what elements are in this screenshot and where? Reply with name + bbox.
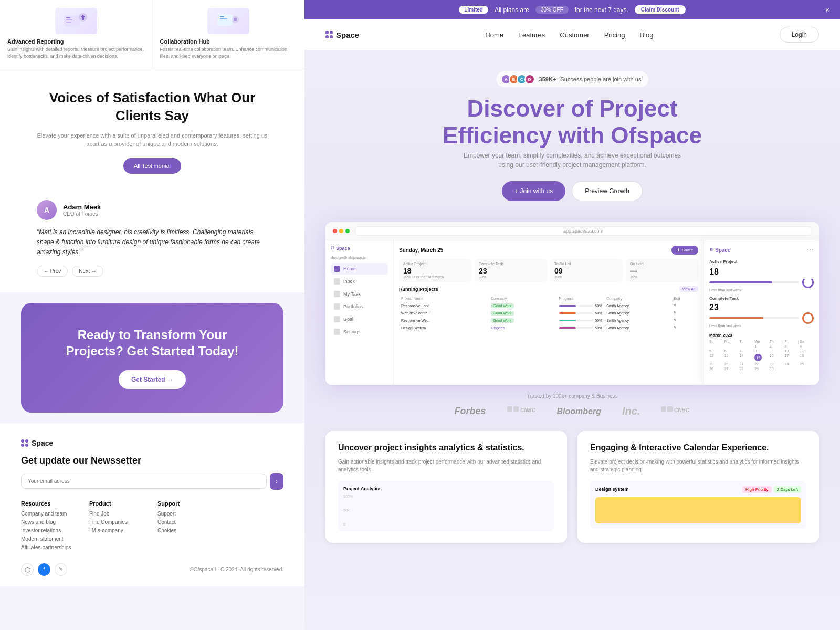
support-link-3[interactable]: Cookies bbox=[158, 528, 215, 533]
support-link-1[interactable]: Support bbox=[158, 511, 215, 517]
feature-card-analytics: Uncover project insights analytics & sta… bbox=[326, 431, 567, 543]
trusted-label: Trusted by 100k+ company & Business bbox=[326, 393, 819, 399]
claim-discount-button[interactable]: Claim Discount bbox=[635, 5, 686, 14]
stat-todo-value: 09 bbox=[554, 267, 618, 275]
next-button[interactable]: Next → bbox=[72, 266, 103, 277]
login-button[interactable]: Login bbox=[780, 27, 819, 43]
running-projects-label: Running Projects bbox=[399, 287, 438, 292]
prev-button[interactable]: ← Prev bbox=[37, 266, 68, 277]
trend-percent: 10% bbox=[403, 275, 411, 279]
cta-banner: Ready to Transform Your Projects? Get St… bbox=[21, 303, 284, 412]
twitter-icon[interactable]: 𝕏 bbox=[55, 563, 67, 576]
share-button[interactable]: ⬆ Share bbox=[671, 246, 698, 255]
support-link-2[interactable]: Contact bbox=[158, 519, 215, 525]
product-link-1[interactable]: Find Job bbox=[89, 511, 147, 517]
cal-d: 27 bbox=[724, 367, 739, 371]
cal-h-fr: Fr bbox=[785, 340, 799, 343]
project-name-3: Responsive We... bbox=[399, 317, 489, 324]
sidebar-user: design@ofspace.io bbox=[331, 255, 388, 260]
product-col-title: Product bbox=[89, 500, 147, 507]
right-panel-stat-2: 23 Less than last week bbox=[709, 303, 814, 328]
product-link-2[interactable]: Find Companies bbox=[89, 519, 147, 525]
announcement-bar: Limited All plans are 30% OFF for the ne… bbox=[304, 0, 840, 19]
project-company-2: Good Work bbox=[489, 309, 556, 317]
goal-icon bbox=[334, 316, 340, 322]
nav-link-features[interactable]: Features bbox=[518, 31, 545, 39]
hero: A B C D 359K+ Success people are join wi… bbox=[304, 50, 840, 212]
resources-link-5[interactable]: Affiliates partnerships bbox=[21, 544, 79, 550]
footer-col-resources: Resources Company and team News and blog… bbox=[21, 500, 79, 553]
nav-link-home[interactable]: Home bbox=[485, 31, 503, 39]
cal-h-tu: Tu bbox=[739, 340, 753, 343]
preview-growth-button[interactable]: Preview Growth bbox=[572, 181, 643, 201]
cal-d: 25 bbox=[800, 362, 814, 366]
illustration-box bbox=[55, 8, 97, 34]
nav-link-blog[interactable]: Blog bbox=[639, 31, 653, 39]
close-announcement-button[interactable]: × bbox=[825, 6, 830, 14]
project-edit-2[interactable]: ✎ bbox=[671, 309, 698, 317]
project-edit-1[interactable]: ✎ bbox=[671, 302, 698, 309]
sidebar-item-goal[interactable]: Goal bbox=[331, 313, 388, 325]
resources-link-3[interactable]: Investor relations bbox=[21, 528, 79, 533]
dashboard-sidebar: ⠿ Space design@ofspace.io Home Inbox My … bbox=[326, 240, 394, 385]
chart-y-labels: 100% 50k 0 bbox=[343, 495, 353, 526]
sidebar-item-settings[interactable]: Settings bbox=[331, 326, 388, 338]
col-company2: Company bbox=[604, 295, 671, 302]
logo-dots bbox=[21, 439, 28, 447]
window-controls bbox=[333, 229, 350, 233]
project-edit-3[interactable]: ✎ bbox=[671, 317, 698, 324]
sidebar-item-portfolios[interactable]: Portfolios bbox=[331, 301, 388, 312]
join-button[interactable]: + Join with us bbox=[502, 181, 565, 201]
social-icons: ◯ f 𝕏 bbox=[21, 563, 67, 576]
resources-col-title: Resources bbox=[21, 500, 79, 507]
sidebar-item-mytask[interactable]: My Task bbox=[331, 288, 388, 300]
newsletter-input-row: › bbox=[21, 473, 284, 490]
sidebar-brand: ⠿ Space bbox=[331, 246, 388, 251]
nav-link-customer[interactable]: Customer bbox=[560, 31, 589, 39]
right-panel-stat1-val: 18 bbox=[709, 267, 814, 277]
svg-rect-12 bbox=[661, 406, 666, 412]
svg-rect-3 bbox=[66, 22, 71, 23]
sidebar-item-home[interactable]: Home bbox=[331, 263, 388, 275]
facebook-icon[interactable]: f bbox=[38, 563, 50, 576]
project-name-4: Design System bbox=[399, 324, 489, 331]
resources-link-2[interactable]: News and blog bbox=[21, 519, 79, 525]
resources-link-4[interactable]: Modern statement bbox=[21, 536, 79, 542]
view-all-button[interactable]: View All bbox=[679, 286, 698, 292]
cal-d: 23 bbox=[770, 362, 784, 366]
right-panel-menu[interactable]: ⋯ bbox=[806, 246, 814, 254]
feature-analytics-desc: Gain actionable insights and track proje… bbox=[338, 458, 554, 474]
nav-link-pricing[interactable]: Pricing bbox=[604, 31, 625, 39]
resources-link-1[interactable]: Company and team bbox=[21, 511, 79, 517]
product-link-3[interactable]: I'M a company bbox=[89, 528, 147, 533]
cal-d bbox=[739, 344, 753, 348]
trusted-logo-cnbc1: CNBC bbox=[507, 406, 536, 417]
portfolios-icon bbox=[334, 303, 340, 310]
voices-subtitle: Elevate your experience with a suite of … bbox=[37, 131, 268, 149]
projects-table-body: Responsive Land... Good Work 50% Smith A… bbox=[399, 302, 698, 331]
get-started-button[interactable]: Get Started → bbox=[119, 370, 186, 389]
cal-d: 7 bbox=[739, 349, 753, 353]
right-panel-section-label-2: Complete Task bbox=[709, 296, 814, 301]
all-testimonial-button[interactable]: All Testimonial bbox=[123, 158, 181, 174]
newsletter-submit-button[interactable]: › bbox=[270, 473, 284, 490]
copyright: ©Ofspace LLC 2024. All rights reserved. bbox=[190, 566, 284, 572]
cal-h-we: We bbox=[754, 340, 769, 343]
sidebar-item-inbox[interactable]: Inbox bbox=[331, 276, 388, 287]
dashboard-preview: app.spaceaaa.com ⠿ Space design@ofspace.… bbox=[326, 222, 819, 385]
project-edit-4[interactable]: ✎ bbox=[671, 324, 698, 331]
sidebar-label-goal: Goal bbox=[343, 317, 353, 322]
col-progress: Progress bbox=[557, 295, 605, 302]
sidebar-label-settings: Settings bbox=[343, 329, 361, 334]
feature-analytics-heading: Uncover project insights analytics & sta… bbox=[338, 443, 554, 454]
projects-table-head: Project Name Company Progress Company Ed… bbox=[399, 295, 698, 302]
project-company-1: Good Work bbox=[489, 302, 556, 309]
settings-icon bbox=[334, 329, 340, 335]
dashboard-stats: Active Project 18 10% Less than last wee… bbox=[399, 259, 698, 282]
instagram-icon[interactable]: ◯ bbox=[21, 563, 34, 576]
email-field[interactable] bbox=[21, 474, 267, 489]
cal-d: 30 bbox=[770, 367, 784, 371]
stat-complete-trend: 10% bbox=[479, 275, 543, 279]
stat-active-label: Active Project bbox=[403, 262, 467, 266]
onhold-trend-pct: 10% bbox=[630, 275, 637, 279]
